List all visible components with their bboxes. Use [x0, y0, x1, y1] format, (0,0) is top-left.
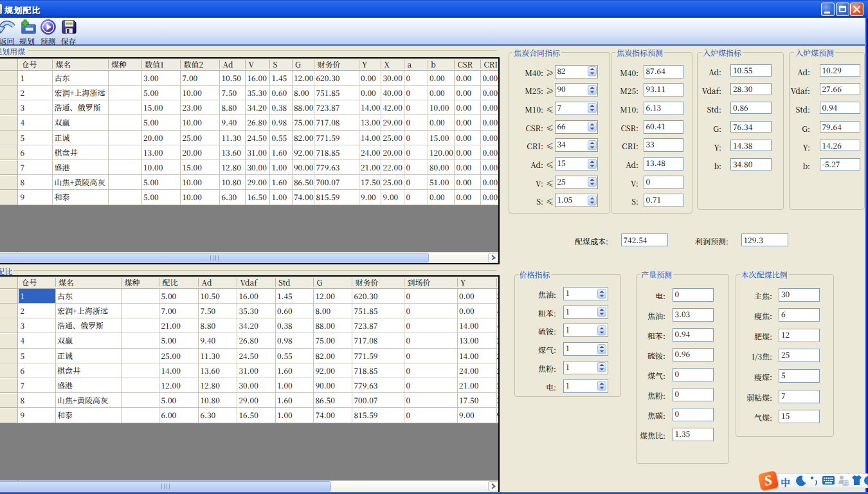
svg-text:2: 2	[844, 480, 847, 486]
